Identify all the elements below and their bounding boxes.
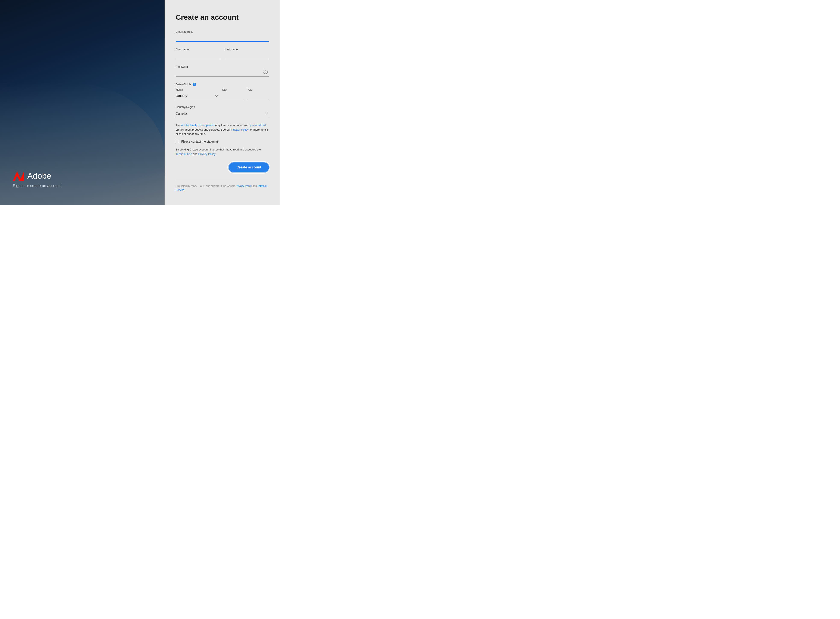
month-col: Month January February March April May J… (176, 88, 219, 99)
country-select[interactable]: Canada United States United Kingdom Aust… (176, 110, 269, 117)
adobe-logo-wrapper: Adobe (13, 171, 152, 181)
last-name-group: Last name (225, 48, 269, 59)
left-panel: Adobe Sign in or create an account (0, 0, 164, 205)
privacy-policy-link-1[interactable]: Privacy Policy (231, 128, 248, 131)
adobe-wordmark: Adobe (27, 171, 51, 181)
month-col-label: Month (176, 88, 219, 91)
year-col-label: Year (247, 88, 269, 91)
password-wrapper (176, 70, 269, 77)
last-name-label: Last name (225, 48, 269, 51)
year-input[interactable] (247, 92, 269, 99)
month-select[interactable]: January February March April May June Ju… (176, 92, 219, 99)
toggle-password-icon[interactable] (263, 70, 268, 75)
day-col-label: Day (222, 88, 244, 91)
privacy-policy-link-2[interactable]: Privacy Policy (198, 153, 215, 155)
password-group: Password (176, 65, 269, 77)
svg-marker-1 (19, 171, 24, 181)
dob-info-icon[interactable]: i (193, 83, 196, 86)
first-name-group: First name (176, 48, 220, 59)
recaptcha-text: Protected by reCAPTCHA and subject to th… (176, 184, 269, 192)
country-group: Country/Region Canada United States Unit… (176, 105, 269, 117)
recaptcha-privacy-link[interactable]: Privacy Policy (236, 184, 252, 187)
adobe-branding: Adobe Sign in or create an account (13, 171, 152, 188)
last-name-input[interactable] (225, 52, 269, 59)
create-account-button[interactable]: Create account (229, 163, 269, 172)
divider (176, 180, 269, 180)
dob-section: Date of birth i Month January February M… (176, 83, 269, 105)
adobe-family-link[interactable]: Adobe family of companies (181, 124, 214, 127)
first-name-label: First name (176, 48, 220, 51)
contact-checkbox[interactable] (176, 140, 179, 143)
form-title: Create an account (176, 13, 269, 22)
personalized-link[interactable]: personalized (250, 124, 266, 127)
email-group: Email address (176, 30, 269, 42)
dob-row: Month January February March April May J… (176, 88, 269, 99)
day-col: Day (222, 88, 244, 99)
adobe-logo-icon (13, 171, 24, 181)
country-select-wrapper: Canada United States United Kingdom Aust… (176, 110, 269, 117)
year-col: Year (247, 88, 269, 99)
month-select-wrapper: January February March April May June Ju… (176, 92, 219, 99)
dob-label-row: Date of birth i (176, 83, 269, 86)
terms-of-use-link[interactable]: Terms of Use (176, 153, 192, 155)
country-label: Country/Region (176, 105, 269, 109)
email-label: Email address (176, 30, 269, 33)
dob-label: Date of birth (176, 83, 191, 86)
password-input[interactable] (176, 70, 269, 77)
first-name-input[interactable] (176, 52, 220, 59)
create-btn-wrapper: Create account (176, 163, 269, 172)
name-row: First name Last name (176, 48, 269, 59)
password-label: Password (176, 65, 269, 69)
checkbox-row: Please contact me via email (176, 140, 269, 143)
checkbox-label: Please contact me via email (181, 140, 218, 143)
right-panel: Create an account Email address First na… (164, 0, 280, 205)
adobe-tagline: Sign in or create an account (13, 184, 152, 188)
day-input[interactable] (222, 92, 244, 99)
terms-text: By clicking Create account, I agree that… (176, 148, 269, 157)
email-input[interactable] (176, 34, 269, 42)
svg-marker-0 (13, 171, 21, 181)
consent-text: The Adobe family of companies may keep m… (176, 123, 269, 136)
